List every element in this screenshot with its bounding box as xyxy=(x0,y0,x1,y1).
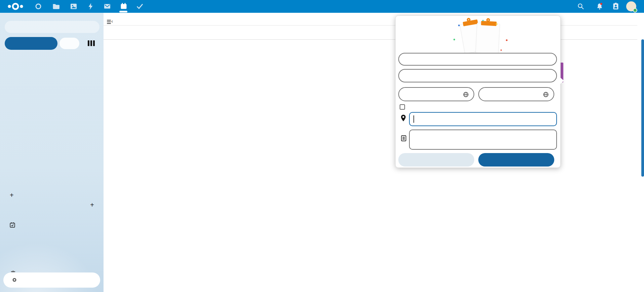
nextcloud-logo[interactable] xyxy=(5,2,26,11)
timezone-globe-icon[interactable] xyxy=(542,91,549,98)
tasks-app-icon[interactable] xyxy=(136,2,144,10)
appointment-calendar-icon xyxy=(9,222,16,228)
calendar-settings-button[interactable] xyxy=(3,272,100,288)
description-icon xyxy=(400,135,407,142)
active-app-indicator xyxy=(119,11,127,12)
checkbox-box[interactable] xyxy=(400,104,405,110)
today-button[interactable] xyxy=(59,38,79,49)
text-caret xyxy=(413,115,414,123)
new-event-button[interactable] xyxy=(5,37,57,50)
mail-app-icon[interactable] xyxy=(103,2,111,10)
location-input[interactable] xyxy=(409,112,557,126)
end-datetime-field[interactable] xyxy=(478,87,554,101)
collapse-view-icon[interactable]: ‹ xyxy=(107,20,116,25)
gear-icon xyxy=(11,276,18,284)
location-pin-icon xyxy=(400,114,407,122)
calendar-color-dot xyxy=(404,74,409,78)
online-status-dot xyxy=(633,8,637,12)
week-view-toggle-icon[interactable] xyxy=(88,40,96,47)
vertical-scrollbar[interactable] xyxy=(641,39,644,177)
timezone-globe-icon[interactable] xyxy=(462,91,469,98)
start-datetime-field[interactable] xyxy=(398,87,474,101)
nextcloud-calendar-app: + + xyxy=(0,0,644,292)
notifications-bell-icon[interactable] xyxy=(596,2,604,10)
photos-app-icon[interactable] xyxy=(70,2,78,10)
more-button[interactable] xyxy=(398,153,474,167)
new-calendar-button[interactable]: + xyxy=(0,189,104,203)
activity-app-icon[interactable] xyxy=(87,2,95,10)
contacts-app-icon[interactable] xyxy=(34,2,42,10)
calendar-app-icon[interactable] xyxy=(120,2,128,10)
appointment-item[interactable] xyxy=(0,219,104,232)
contacts-menu-icon[interactable] xyxy=(612,2,620,10)
popup-arrow xyxy=(560,77,564,84)
week-grid: ‹ xyxy=(104,13,644,292)
calendar-sidebar: + + xyxy=(0,13,104,292)
event-title-input[interactable] xyxy=(398,53,557,66)
all-day-checkbox[interactable] xyxy=(400,104,467,111)
update-button[interactable] xyxy=(478,153,554,167)
week-navigation xyxy=(5,21,99,33)
event-editor-popup xyxy=(395,15,561,168)
calendar-picker[interactable] xyxy=(398,69,557,82)
top-bar xyxy=(0,0,644,13)
description-input[interactable] xyxy=(409,130,557,150)
files-app-icon[interactable] xyxy=(52,2,60,10)
search-icon[interactable] xyxy=(577,2,585,10)
user-avatar[interactable] xyxy=(626,1,636,11)
plus-icon: + xyxy=(10,191,14,199)
add-appointment-icon[interactable]: + xyxy=(90,201,94,209)
